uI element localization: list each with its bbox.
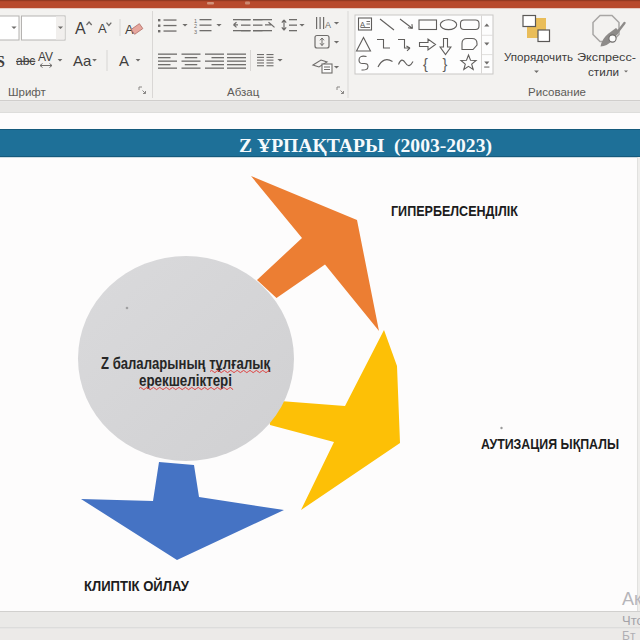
svg-text:Бт: Бт [622, 629, 636, 640]
svg-text:}: } [443, 56, 448, 72]
svg-text:А: А [325, 20, 331, 30]
svg-text:abc: abc [16, 54, 35, 68]
svg-text:Абзац: Абзац [227, 86, 260, 98]
svg-text:стили: стили [588, 67, 619, 78]
svg-text:Упорядочить: Упорядочить [504, 52, 573, 63]
svg-text:Акт: Акт [622, 589, 640, 609]
svg-text:Aa: Aa [73, 52, 92, 69]
svg-text:AV: AV [38, 50, 53, 64]
svg-text:{: { [423, 56, 428, 72]
svg-text:Z ҰРПАҚТАРЫ (2003-2023): Z ҰРПАҚТАРЫ (2003-2023) [239, 136, 492, 157]
svg-text:3: 3 [194, 29, 197, 35]
svg-text:ерекшеліктері: ерекшеліктері [139, 371, 232, 390]
svg-text:Шрифт: Шрифт [8, 86, 47, 98]
svg-text:А: А [75, 20, 86, 37]
svg-text:ГИПЕРБЕЛСЕНДІЛІК: ГИПЕРБЕЛСЕНДІЛІК [391, 202, 519, 219]
svg-text:Рисование: Рисование [528, 86, 586, 98]
svg-text:Что: Что [622, 613, 640, 628]
svg-text:АУТИЗАЦИЯ ЫҚПАЛЫ: АУТИЗАЦИЯ ЫҚПАЛЫ [481, 435, 619, 452]
svg-text:А: А [98, 21, 107, 36]
svg-text:S: S [0, 53, 5, 70]
svg-text:А: А [119, 52, 129, 69]
svg-text:Экспресс-: Экспресс- [577, 52, 636, 63]
svg-text:КЛИПТІК ОЙЛАУ: КЛИПТІК ОЙЛАУ [84, 577, 190, 594]
